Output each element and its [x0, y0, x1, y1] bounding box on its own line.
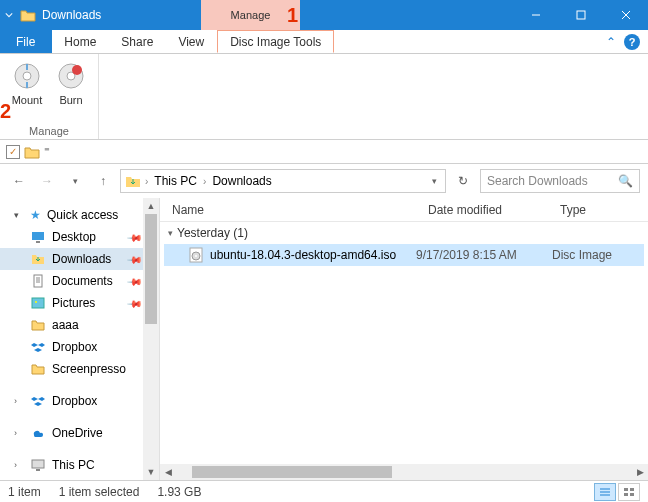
- search-input[interactable]: Search Downloads 🔍: [480, 169, 640, 193]
- file-date: 9/17/2019 8:15 AM: [416, 248, 548, 262]
- tab-file[interactable]: File: [0, 30, 52, 53]
- column-name[interactable]: Name: [160, 203, 416, 217]
- titlebar: Downloads Manage: [0, 0, 648, 30]
- file-row[interactable]: ubuntu-18.04.3-desktop-amd64.iso 9/17/20…: [164, 244, 644, 266]
- sidebar-aaaa[interactable]: aaaa: [0, 314, 159, 336]
- folder-mini-icon: [24, 144, 40, 160]
- forward-button[interactable]: →: [36, 170, 58, 192]
- sidebar-quick-access[interactable]: ▾★Quick access: [0, 204, 159, 226]
- onedrive-icon: [30, 425, 46, 441]
- refresh-button[interactable]: ↻: [452, 174, 474, 188]
- svg-rect-7: [36, 241, 40, 243]
- file-list-pane: Name Date modified Type ▾ Yesterday (1) …: [160, 198, 648, 480]
- contextual-tab-label: Manage: [231, 9, 271, 21]
- status-item-count: 1 item: [8, 485, 41, 499]
- qat-overflow-icon[interactable]: ⁼: [44, 145, 50, 158]
- quick-access-bar: ✓ ⁼: [0, 140, 648, 164]
- svg-point-5: [72, 65, 82, 75]
- scroll-thumb[interactable]: [192, 466, 392, 478]
- window-title: Downloads: [38, 0, 101, 30]
- minimize-button[interactable]: [513, 0, 558, 30]
- svg-rect-17: [630, 488, 634, 491]
- maximize-button[interactable]: [558, 0, 603, 30]
- pictures-icon: [30, 295, 46, 311]
- search-icon: 🔍: [618, 174, 633, 188]
- sidebar-this-pc[interactable]: ›This PC: [0, 454, 159, 476]
- sidebar-onedrive[interactable]: ›OneDrive: [0, 422, 159, 444]
- tab-share[interactable]: Share: [109, 30, 166, 53]
- folder-icon: [30, 317, 46, 333]
- breadcrumb-this-pc[interactable]: This PC: [152, 174, 199, 188]
- svg-rect-19: [630, 493, 634, 496]
- qat-dropdown-icon[interactable]: [0, 0, 18, 30]
- iso-file-icon: [188, 247, 204, 263]
- address-row: ← → ▾ ↑ › This PC › Downloads ▾ ↻ Search…: [0, 164, 648, 198]
- svg-rect-12: [36, 469, 40, 471]
- scroll-down-icon[interactable]: ▼: [143, 464, 159, 480]
- svg-rect-9: [32, 298, 44, 308]
- tab-view[interactable]: View: [166, 30, 217, 53]
- up-button[interactable]: ↑: [92, 170, 114, 192]
- mount-button[interactable]: Mount: [6, 58, 48, 108]
- file-name: ubuntu-18.04.3-desktop-amd64.iso: [210, 248, 396, 262]
- contextual-tab-header[interactable]: Manage: [201, 0, 300, 30]
- sidebar-desktop[interactable]: Desktop📌: [0, 226, 159, 248]
- mount-label: Mount: [12, 94, 43, 106]
- svg-point-15: [195, 255, 197, 257]
- svg-rect-0: [577, 11, 585, 19]
- close-button[interactable]: [603, 0, 648, 30]
- sidebar-dropbox[interactable]: ›Dropbox: [0, 390, 159, 412]
- svg-point-2: [23, 72, 31, 80]
- ribbon: Mount Burn Manage: [0, 54, 648, 140]
- status-bar: 1 item 1 item selected 1.93 GB: [0, 480, 648, 502]
- svg-rect-8: [34, 275, 42, 287]
- sidebar-downloads[interactable]: Downloads📌: [0, 248, 159, 270]
- pin-icon: 📌: [127, 251, 143, 267]
- dropbox-icon: [30, 339, 46, 355]
- status-size: 1.93 GB: [157, 485, 201, 499]
- scroll-left-icon[interactable]: ◀: [160, 467, 176, 477]
- svg-rect-16: [624, 488, 628, 491]
- breadcrumb-downloads[interactable]: Downloads: [210, 174, 273, 188]
- icons-view-button[interactable]: [618, 483, 640, 501]
- svg-rect-6: [32, 232, 44, 240]
- mount-icon: [11, 60, 43, 92]
- this-pc-icon: [30, 457, 46, 473]
- sidebar-dropbox-pinned[interactable]: Dropbox: [0, 336, 159, 358]
- tab-home[interactable]: Home: [52, 30, 109, 53]
- scroll-right-icon[interactable]: ▶: [632, 467, 648, 477]
- back-button[interactable]: ←: [8, 170, 30, 192]
- file-type: Disc Image: [548, 248, 612, 262]
- sidebar-screenpresso[interactable]: Screenpresso: [0, 358, 159, 380]
- collapse-ribbon-icon[interactable]: ⌃: [606, 35, 616, 49]
- recent-dropdown-icon[interactable]: ▾: [64, 170, 86, 192]
- chevron-down-icon: ▾: [168, 228, 173, 238]
- burn-label: Burn: [59, 94, 82, 106]
- column-type[interactable]: Type: [548, 203, 648, 217]
- column-date[interactable]: Date modified: [416, 203, 548, 217]
- address-bar[interactable]: › This PC › Downloads ▾: [120, 169, 446, 193]
- tab-disc-image-tools[interactable]: Disc Image Tools: [217, 30, 334, 53]
- sidebar-documents[interactable]: Documents📌: [0, 270, 159, 292]
- checkbox-icon[interactable]: ✓: [6, 145, 20, 159]
- address-dropdown-icon[interactable]: ▾: [428, 176, 441, 186]
- desktop-icon: [30, 229, 46, 245]
- sidebar-scrollbar[interactable]: ▲ ▼: [143, 198, 159, 480]
- svg-rect-18: [624, 493, 628, 496]
- documents-icon: [30, 273, 46, 289]
- help-icon[interactable]: ?: [624, 34, 640, 50]
- annotation-2: 2: [0, 100, 11, 123]
- scroll-up-icon[interactable]: ▲: [143, 198, 159, 214]
- scroll-thumb[interactable]: [145, 214, 157, 324]
- downloads-icon: [125, 173, 141, 189]
- column-headers: Name Date modified Type: [160, 198, 648, 222]
- horizontal-scrollbar[interactable]: ◀ ▶: [160, 464, 648, 480]
- details-view-button[interactable]: [594, 483, 616, 501]
- group-header-yesterday[interactable]: ▾ Yesterday (1): [160, 222, 648, 244]
- search-placeholder: Search Downloads: [487, 174, 588, 188]
- svg-rect-11: [32, 460, 44, 468]
- sidebar-pictures[interactable]: Pictures📌: [0, 292, 159, 314]
- folder-icon: [18, 0, 38, 30]
- ribbon-tabs: File Home Share View Disc Image Tools ⌃ …: [0, 30, 648, 54]
- burn-button[interactable]: Burn: [50, 58, 92, 108]
